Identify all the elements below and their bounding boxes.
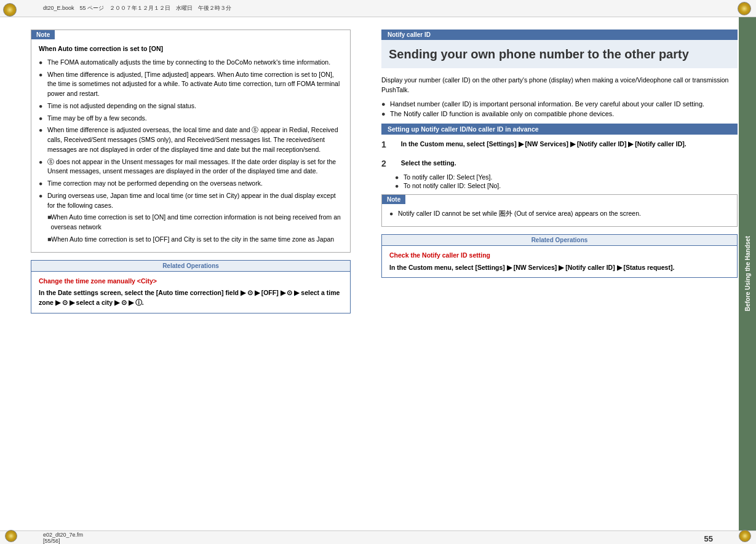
section-header-right: Setting up Notify caller ID/No caller ID…: [381, 124, 738, 135]
corner-decoration-bl: [5, 530, 17, 542]
note-header-right: Note: [382, 195, 737, 204]
step-2-item-2: ● To not notify caller ID: Select [No].: [395, 182, 738, 189]
note-sub-text-2: When Auto time correction is set to [OFF…: [51, 235, 334, 245]
right-bullet-icon-1: ●: [381, 100, 390, 108]
note-item-7: ● Time correction may not be performed d…: [39, 179, 343, 189]
right-column: Notify caller ID Sending your own phone …: [369, 17, 756, 530]
step-1: 1 In the Custom menu, select [Settings] …: [381, 140, 738, 154]
step-2-item-text-2: To not notify caller ID: Select [No].: [404, 182, 501, 189]
square-bullet-1: ■: [39, 213, 50, 223]
note-item-text-7: Time correction may not be performed dep…: [47, 179, 263, 189]
note-box-left: Note When Auto time correction is set to…: [31, 30, 351, 253]
note-item-text-8: During overseas use, Japan time and loca…: [47, 191, 343, 211]
note-item-text-1: The FOMA automatically adjusts the time …: [47, 58, 330, 68]
related-ops-strong-right: In the Custom menu, select [Settings] ▶ …: [389, 264, 674, 271]
note-item-text-2: When time difference is adjusted, [Time …: [47, 70, 343, 99]
step-2-number: 2: [381, 159, 386, 173]
note-content-left: When Auto time correction is set to [ON]…: [31, 39, 350, 252]
right-bullet-text-2: The Notify caller ID function is availab…: [390, 110, 614, 117]
right-note-bullet: ●: [389, 209, 398, 219]
right-bullet-text-1: Handset number (caller ID) is important …: [390, 100, 704, 108]
note-item-text-6: ⓢ does not appear in the Unsent messages…: [47, 157, 343, 177]
note-label-left: Note: [31, 30, 55, 39]
note-sub-item-1: ■ When Auto time correction is set to [O…: [39, 213, 343, 232]
note-sub-text-1: When Auto time correction is set to [ON]…: [50, 213, 343, 232]
note-title-left: When Auto time correction is set to [ON]: [39, 44, 343, 54]
corner-decoration-tl: [3, 3, 17, 17]
page-ref: [55/56]: [43, 538, 83, 544]
top-strip: dt20_E.book 55 ページ ２００７年１２月１２日 水曜日 午後２時３…: [0, 0, 756, 17]
step-2-bullet-1: ●: [395, 173, 404, 181]
related-ops-content-left: Change the time zone manually <City> In …: [31, 272, 350, 313]
note-label-right: Note: [382, 195, 405, 204]
related-ops-header-left: Related Operations: [31, 261, 350, 272]
note-sub-item-2: ■ When Auto time correction is set to [O…: [39, 235, 343, 245]
left-column: Note When Auto time correction is set to…: [0, 17, 369, 530]
step-2-bullet-2: ●: [395, 182, 404, 189]
step-2-header: 2 Select the setting.: [381, 159, 738, 173]
note-item-1: ● The FOMA automatically adjusts the tim…: [39, 58, 343, 68]
top-strip-text: dt20_E.book 55 ページ ２００７年１２月１２日 水曜日 午後２時３…: [43, 4, 231, 12]
note-item-5: ● When time difference is adjusted overs…: [39, 125, 343, 154]
body-text-right: Display your number (caller ID) on the o…: [381, 76, 738, 95]
related-ops-content-right: Check the Notify caller ID setting In th…: [382, 246, 737, 278]
note-item-text-5: When time difference is adjusted oversea…: [47, 125, 343, 154]
step-2: 2 Select the setting. ● To notify caller…: [381, 159, 738, 189]
right-bullet-icon-2: ●: [381, 110, 390, 117]
main-heading: Sending your own phone number to the oth…: [389, 46, 730, 62]
bottom-strip: e02_dt20_7e.fm [55/56] 55: [0, 530, 756, 544]
file-name: e02_dt20_7e.fm: [43, 532, 83, 538]
content-area: Note When Auto time correction is set to…: [0, 17, 756, 530]
square-bullet-2: ■: [39, 235, 51, 245]
related-ops-title-left: Change the time zone manually <City>: [39, 277, 343, 286]
right-note-item: ● Notify caller ID cannot be set while 圏…: [389, 209, 730, 219]
related-ops-box-right: Related Operations Check the Notify call…: [381, 234, 738, 278]
note-item-8: ● During overseas use, Japan time and lo…: [39, 191, 343, 211]
right-bullet-1: ● Handset number (caller ID) is importan…: [381, 100, 738, 108]
bullet-4: ●: [39, 114, 47, 124]
bullet-1: ●: [39, 58, 47, 68]
note-item-text-4: Time may be off by a few seconds.: [47, 114, 147, 124]
right-note-text: Notify caller ID cannot be set while 圏外 …: [398, 209, 641, 219]
step-2-items: ● To notify caller ID: Select [Yes]. ● T…: [392, 173, 738, 189]
page-number: 55: [704, 534, 713, 543]
note-item-4: ● Time may be off by a few seconds.: [39, 114, 343, 124]
related-ops-text-right: In the Custom menu, select [Settings] ▶ …: [389, 263, 730, 273]
note-content-right: ● Notify caller ID cannot be set while 圏…: [382, 204, 737, 226]
main-heading-box: Sending your own phone number to the oth…: [381, 40, 738, 68]
step-2-item-text-1: To notify caller ID: Select [Yes].: [404, 173, 492, 181]
note-item-3: ● Time is not adjusted depending on the …: [39, 101, 343, 111]
step-1-number: 1: [381, 140, 386, 154]
note-item-6: ● ⓢ does not appear in the Unsent messag…: [39, 157, 343, 177]
step-2-text: Select the setting.: [401, 159, 456, 167]
related-ops-text-left: In the Date settings screen, select the …: [39, 288, 343, 308]
bottom-left-text: e02_dt20_7e.fm [55/56]: [43, 532, 83, 544]
page-wrapper: dt20_E.book 55 ページ ２００７年１２月１２日 水曜日 午後２時３…: [0, 0, 756, 544]
right-bullet-2: ● The Notify caller ID function is avail…: [381, 110, 738, 117]
bullet-7: ●: [39, 179, 47, 189]
notify-header: Notify caller ID: [381, 30, 738, 40]
related-ops-header-right: Related Operations: [382, 235, 737, 246]
note-header-left: Note: [31, 30, 350, 39]
bullet-3: ●: [39, 101, 47, 111]
note-item-text-3: Time is not adjusted depending on the si…: [47, 101, 196, 111]
bullet-5: ●: [39, 125, 47, 135]
corner-decoration-br: [739, 530, 751, 542]
related-ops-title-right: Check the Notify caller ID setting: [389, 251, 730, 261]
related-ops-box-left: Related Operations Change the time zone …: [31, 260, 351, 313]
bullet-2: ●: [39, 70, 47, 80]
side-tab-text: Before Using the Handset: [744, 236, 751, 311]
bullet-6: ●: [39, 157, 47, 167]
step-1-text: In the Custom menu, select [Settings] ▶ …: [401, 140, 686, 148]
step-2-item-1: ● To notify caller ID: Select [Yes].: [395, 173, 738, 181]
step-1-content: In the Custom menu, select [Settings] ▶ …: [401, 140, 686, 149]
corner-decoration-tr: [738, 2, 751, 15]
side-tab-container: Before Using the Handset: [739, 17, 756, 530]
note-item-2: ● When time difference is adjusted, [Tim…: [39, 70, 343, 99]
note-box-right: Note ● Notify caller ID cannot be set wh…: [381, 194, 738, 227]
step-2-content: Select the setting.: [401, 159, 456, 168]
bullet-8: ●: [39, 191, 47, 201]
